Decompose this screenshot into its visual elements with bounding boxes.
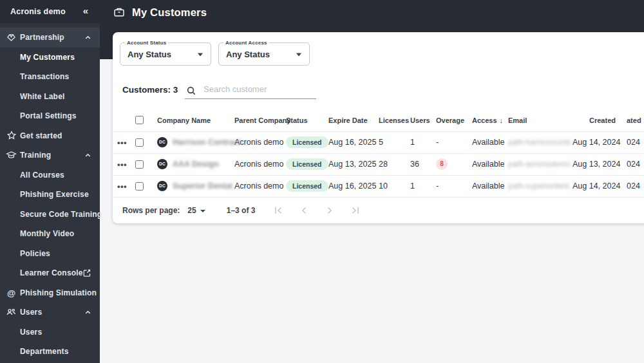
header-parent-company[interactable]: Parent Company	[234, 109, 286, 131]
avatar: DC	[157, 137, 167, 147]
header-updated-clipped[interactable]: ated	[627, 109, 644, 131]
sidebar-item-partnership[interactable]: Partnership	[0, 28, 100, 48]
prev-page-button[interactable]	[296, 203, 312, 218]
graduation-cap-icon	[6, 150, 17, 161]
header-licenses[interactable]: Licenses	[379, 109, 410, 131]
sidebar-item-monthly-video[interactable]: Monthly Video	[0, 224, 100, 244]
header-email[interactable]: Email	[508, 109, 573, 131]
at-sign-icon: @	[6, 287, 17, 298]
overage-cell: 8	[436, 153, 472, 175]
select-all-checkbox[interactable]	[135, 116, 144, 124]
sidebar-item-secure-code-training[interactable]: Secure Code Training	[0, 205, 100, 225]
sidebar-collapse-icon[interactable]: «	[79, 4, 93, 18]
company-name-blurred[interactable]: AAA Design	[173, 160, 219, 169]
last-page-button[interactable]	[348, 203, 363, 218]
rows-per-page-label: Rows per page:	[122, 206, 180, 215]
company-name-blurred[interactable]: Harrison Contract...	[173, 138, 248, 147]
table-footer: Rows per page: 25 1–3 of 3	[113, 198, 644, 223]
first-page-button[interactable]	[270, 203, 286, 218]
customers-card: Account Status Any Status Account Access…	[113, 32, 644, 223]
filter-value: Any Status	[226, 50, 270, 59]
sidebar-item-label: All Courses	[20, 171, 64, 180]
row-menu-button[interactable]: •••	[113, 138, 127, 147]
table-header-row: Company Name Parent Company Status Expir…	[113, 109, 644, 131]
updated-cell-clipped: 024	[627, 131, 644, 153]
sidebar-item-label: Users	[20, 308, 42, 317]
pagination-controls	[270, 203, 363, 218]
sidebar-item-get-started[interactable]: Get started	[0, 126, 100, 146]
sidebar-item-users[interactable]: Users	[0, 322, 100, 342]
expire-date-cell: Aug 13, 2025	[328, 153, 379, 175]
sidebar: Partnership My Customers Transactions Wh…	[0, 23, 100, 363]
users-cell: 1	[410, 131, 436, 153]
sort-desc-icon: ↓	[500, 116, 504, 124]
rows-per-page-select[interactable]: 25	[187, 206, 205, 215]
row-checkbox[interactable]	[135, 160, 144, 169]
customers-count: Customers: 3	[122, 85, 178, 95]
overage-badge: 8	[436, 158, 448, 170]
status-badge: Licensed	[286, 136, 328, 148]
header-status[interactable]: Status	[286, 109, 328, 131]
parent-company-cell: Acronis demo	[234, 175, 286, 197]
sidebar-item-label: Monthly Video	[20, 229, 74, 238]
sidebar-item-label: Portal Settings	[20, 111, 77, 120]
sidebar-item-users-section[interactable]: Users	[0, 302, 100, 322]
sidebar-item-policies[interactable]: Policies	[0, 244, 100, 264]
account-access-select[interactable]: Account Access Any Status	[218, 42, 310, 66]
expire-date-cell: Aug 16, 2025	[328, 131, 379, 153]
search-input[interactable]	[185, 81, 316, 99]
email-blurred: path-harrisoncontr...	[508, 138, 577, 147]
access-cell: Available	[472, 153, 508, 175]
sidebar-item-departments[interactable]: Departments	[0, 342, 100, 362]
sidebar-item-training[interactable]: Training	[0, 145, 100, 165]
sidebar-item-phishing-exercise[interactable]: Phishing Exercise	[0, 185, 100, 205]
licenses-cell: 28	[379, 153, 410, 175]
sidebar-item-white-label[interactable]: White Label	[0, 87, 100, 107]
sidebar-item-phishing-simulation[interactable]: @ Phishing Simulation	[0, 283, 100, 303]
search-icon	[186, 86, 196, 98]
row-menu-button[interactable]: •••	[113, 182, 127, 191]
topbar: Acronis demo « My Customers	[0, 0, 644, 23]
handshake-icon	[6, 32, 17, 43]
header-created[interactable]: Created	[573, 109, 627, 131]
sidebar-item-label: Policies	[20, 249, 50, 258]
filter-value: Any Status	[128, 50, 171, 59]
page-title: My Customers	[132, 6, 207, 19]
updated-cell-clipped: 024	[627, 175, 644, 197]
row-checkbox[interactable]	[135, 182, 144, 191]
row-checkbox[interactable]	[135, 138, 144, 147]
company-name-blurred[interactable]: Superior Dental	[173, 182, 232, 191]
search-field	[185, 81, 316, 100]
sidebar-item-transactions[interactable]: Transactions	[0, 67, 100, 87]
caret-down-icon	[296, 53, 301, 57]
sidebar-item-my-customers[interactable]: My Customers	[0, 48, 100, 68]
header-access[interactable]: Access↓	[472, 109, 508, 131]
sidebar-item-all-courses[interactable]: All Courses	[0, 165, 100, 185]
table-row: ••• DC Superior Dental Acronis demo Lice…	[113, 175, 644, 197]
users-cell: 1	[410, 175, 436, 197]
users-cell: 36	[410, 153, 436, 175]
sidebar-item-label: Departments	[20, 347, 69, 356]
updated-cell-clipped: 024	[627, 153, 644, 175]
sidebar-item-learner-console[interactable]: Learner Console	[0, 263, 100, 283]
created-cell: Aug 14, 2024	[573, 131, 627, 153]
email-blurred: path-superiordent...	[508, 182, 575, 191]
row-menu-button[interactable]: •••	[113, 160, 127, 169]
overage-cell: -	[436, 131, 472, 153]
header-overage[interactable]: Overage	[436, 109, 472, 131]
sidebar-item-label: Get started	[20, 131, 62, 140]
sidebar-item-portal-settings[interactable]: Portal Settings	[0, 106, 100, 126]
pagination-range: 1–3 of 3	[227, 206, 256, 215]
status-badge: Licensed	[286, 180, 328, 192]
access-cell: Available	[472, 131, 508, 153]
access-cell: Available	[472, 175, 508, 197]
header-users[interactable]: Users	[410, 109, 436, 131]
sidebar-item-label: Partnership	[20, 33, 64, 42]
caret-down-icon	[200, 210, 205, 212]
header-company-name[interactable]: Company Name	[157, 109, 234, 131]
header-expire-date[interactable]: Expire Date	[328, 109, 379, 131]
account-status-select[interactable]: Account Status Any Status	[120, 42, 211, 66]
next-page-button[interactable]	[322, 203, 337, 218]
avatar: DC	[157, 159, 167, 169]
sidebar-item-label: Phishing Simulation	[20, 288, 97, 297]
